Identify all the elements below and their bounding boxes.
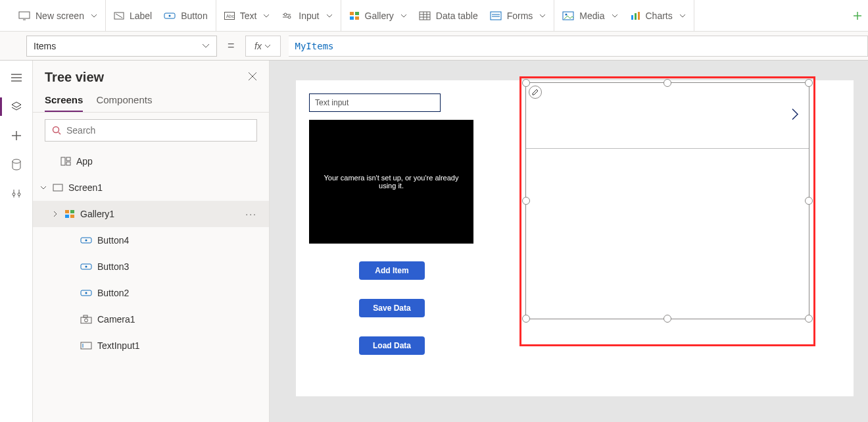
- svg-rect-57: [84, 315, 87, 317]
- media-icon: [562, 11, 574, 20]
- tree-view-panel: Tree view Screens Components App: [33, 61, 270, 422]
- insert-button-button[interactable]: Button: [164, 11, 207, 21]
- chevron-right-icon: [790, 107, 800, 124]
- insert-text-menu[interactable]: Abc Text: [224, 11, 270, 21]
- resize-handle-br[interactable]: [805, 315, 813, 323]
- insert-forms-menu[interactable]: Forms: [490, 11, 546, 21]
- canvas-camera1[interactable]: Your camera isn't set up, or you're alre…: [309, 120, 473, 244]
- svg-rect-48: [65, 215, 69, 218]
- svg-point-55: [85, 292, 87, 294]
- plus-icon: [852, 11, 863, 21]
- tree-search-input[interactable]: [66, 125, 250, 136]
- canvas-area: Text input Your camera isn't set up, or …: [270, 61, 868, 422]
- tree-node-button2[interactable]: Button2: [33, 280, 269, 306]
- gallery-template-item[interactable]: [526, 83, 809, 149]
- svg-point-10: [288, 16, 291, 18]
- canvas-button-load-data[interactable]: Load Data: [359, 336, 425, 355]
- resize-handle-tr[interactable]: [805, 79, 813, 87]
- insert-input-menu[interactable]: Input: [281, 11, 332, 21]
- rail-data-button[interactable]: [3, 151, 30, 178]
- tree-node-button2-label: Button2: [97, 288, 129, 298]
- formula-input[interactable]: [289, 36, 868, 57]
- tree-close-button[interactable]: [248, 72, 257, 83]
- chevron-down-icon: [263, 14, 270, 18]
- screen-surface[interactable]: Text input Your camera isn't set up, or …: [296, 80, 854, 396]
- svg-rect-44: [66, 162, 70, 165]
- tab-components[interactable]: Components: [96, 90, 152, 112]
- resize-handle-tl[interactable]: [522, 79, 530, 87]
- canvas-gallery1[interactable]: [525, 82, 809, 319]
- canvas-button-add-item[interactable]: Add Item: [359, 261, 425, 280]
- insert-datatable-button[interactable]: Data table: [419, 11, 478, 21]
- chevron-down-icon: [679, 14, 686, 18]
- tree-node-textinput1[interactable]: TextInput1: [33, 332, 269, 359]
- svg-rect-15: [420, 12, 430, 20]
- button-icon: [164, 11, 176, 20]
- canvas-button-save-data[interactable]: Save Data: [359, 299, 425, 317]
- app-icon: [60, 157, 71, 166]
- insert-gallery-menu[interactable]: Gallery: [349, 11, 407, 21]
- camera-icon: [80, 315, 92, 324]
- chevron-down-icon: [539, 14, 546, 18]
- chevron-down-icon: [612, 14, 618, 18]
- insert-input-label: Input: [299, 11, 319, 21]
- tree-node-camera1[interactable]: Camera1: [33, 306, 269, 332]
- chevron-down-icon: [39, 184, 47, 192]
- rail-insert-button[interactable]: [3, 122, 30, 149]
- fx-icon: fx: [254, 41, 262, 51]
- input-icon: [281, 12, 293, 20]
- tab-screens[interactable]: Screens: [45, 90, 83, 112]
- textinput-icon: [80, 342, 92, 350]
- svg-rect-47: [70, 210, 74, 213]
- layers-icon: [11, 101, 22, 113]
- close-icon: [248, 72, 257, 81]
- gallery-icon: [349, 11, 360, 20]
- resize-handle-bm[interactable]: [663, 315, 671, 323]
- rail-treeview-button[interactable]: [3, 93, 30, 120]
- resize-handle-tm[interactable]: [663, 79, 671, 87]
- chevron-down-icon: [202, 43, 210, 49]
- insert-label-text: Label: [130, 11, 152, 21]
- tree-node-app-label: App: [76, 156, 93, 167]
- tree-node-more-button[interactable]: ···: [245, 209, 257, 219]
- fx-button[interactable]: fx: [245, 36, 281, 57]
- tree-search-box[interactable]: [45, 119, 257, 142]
- insert-gallery-label: Gallery: [365, 11, 394, 21]
- svg-point-35: [12, 159, 20, 163]
- rail-hamburger-button[interactable]: [3, 65, 30, 91]
- tree-node-screen1[interactable]: Screen1: [33, 174, 269, 201]
- text-icon: Abc: [224, 12, 235, 20]
- formula-bar: Items = fx: [0, 32, 868, 61]
- search-icon: [52, 126, 61, 135]
- chevron-down-icon: [400, 14, 407, 18]
- svg-rect-13: [350, 16, 354, 20]
- rail-tools-button[interactable]: [3, 180, 30, 207]
- canvas-gallery1-selection[interactable]: [519, 76, 815, 346]
- property-select[interactable]: Items: [26, 36, 217, 57]
- new-screen-menu[interactable]: New screen: [18, 11, 97, 21]
- resize-handle-ml[interactable]: [522, 197, 530, 205]
- svg-rect-25: [631, 15, 633, 20]
- screen-icon: [53, 184, 63, 192]
- tree-node-button4[interactable]: Button4: [33, 227, 269, 253]
- insert-charts-menu[interactable]: Charts: [630, 11, 686, 21]
- insert-forms-label: Forms: [507, 11, 533, 21]
- resize-handle-bl[interactable]: [522, 315, 530, 323]
- tree-node-button3[interactable]: Button3: [33, 253, 269, 280]
- resize-handle-mr[interactable]: [805, 197, 813, 205]
- label-icon: [114, 11, 124, 20]
- insert-label-button[interactable]: Label: [114, 11, 152, 21]
- insert-button-text: Button: [181, 11, 207, 21]
- svg-rect-42: [61, 157, 65, 165]
- canvas-textinput1[interactable]: Text input: [309, 93, 441, 112]
- insert-charts-label: Charts: [646, 11, 673, 21]
- left-rail: [0, 61, 33, 422]
- new-screen-label: New screen: [36, 11, 84, 21]
- tree-node-app[interactable]: App: [33, 148, 269, 174]
- insert-media-menu[interactable]: Media: [562, 11, 617, 21]
- svg-rect-0: [19, 12, 30, 18]
- tree-node-gallery1[interactable]: Gallery1 ···: [33, 201, 269, 227]
- svg-rect-26: [635, 13, 637, 20]
- chevron-down-icon: [264, 44, 271, 48]
- toolbar-overflow-button[interactable]: [852, 11, 863, 21]
